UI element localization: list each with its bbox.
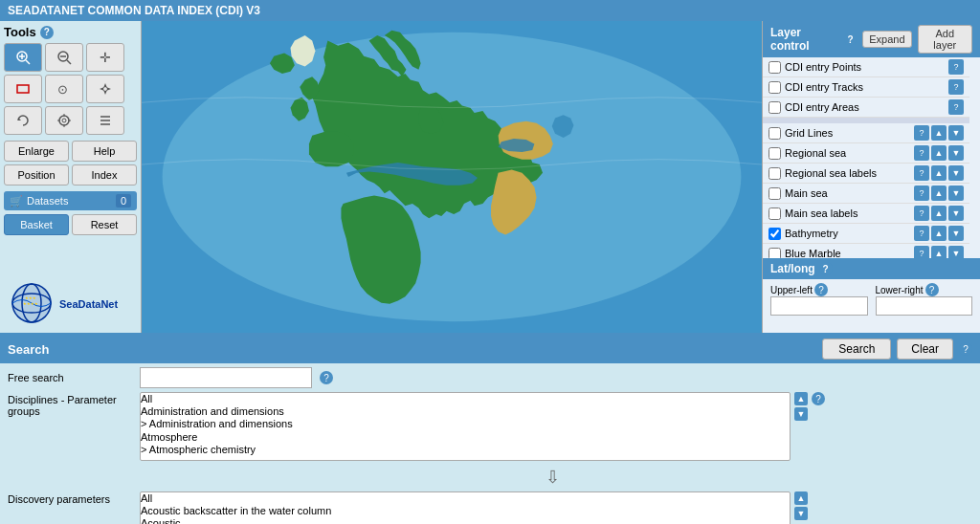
rotate-btn[interactable]: ⊙: [45, 75, 83, 103]
cdi-points-help-btn[interactable]: ?: [948, 59, 964, 75]
down-arrow-container: ⇩: [8, 465, 972, 488]
discovery-select[interactable]: All Acoustic backscatter in the water co…: [140, 491, 791, 524]
latlong-help-icon[interactable]: ?: [819, 262, 833, 275]
main-sea-labels-up-btn[interactable]: ▲: [931, 206, 947, 221]
grid-lines-down-btn[interactable]: ▼: [948, 125, 964, 141]
blue-marble-help-btn[interactable]: ?: [914, 246, 929, 258]
disciplines-option-atmo[interactable]: Atmosphere: [141, 431, 790, 444]
pan-btn[interactable]: ✛: [86, 43, 124, 72]
zoom-out-btn[interactable]: [45, 43, 83, 72]
blue-marble-label: Blue Marble: [785, 248, 910, 258]
list-btn[interactable]: [86, 106, 124, 135]
cdi-tracks-checkbox[interactable]: [768, 81, 781, 94]
grid-lines-checkbox[interactable]: [768, 127, 781, 140]
discovery-option-acoustic[interactable]: Acoustic backscatter in the water column: [141, 505, 790, 517]
discovery-option-all[interactable]: All: [141, 492, 790, 505]
cdi-areas-help-btn[interactable]: ?: [948, 99, 964, 115]
refresh-btn[interactable]: [4, 106, 42, 135]
nav-btn[interactable]: [86, 75, 124, 103]
disciplines-help[interactable]: ?: [812, 392, 825, 405]
zoom-in-btn[interactable]: [4, 43, 42, 72]
basket-reset: Basket Reset: [4, 214, 137, 235]
cdi-points-checkbox[interactable]: [768, 61, 781, 74]
tools-help-icon[interactable]: ?: [40, 26, 54, 39]
discovery-scroll-up[interactable]: ▲: [794, 491, 808, 505]
main-sea-checkbox[interactable]: [768, 187, 781, 200]
regional-sea-labels-up-btn[interactable]: ▲: [931, 165, 947, 181]
cdi-areas-checkbox[interactable]: [768, 101, 781, 114]
bathymetry-down-btn[interactable]: ▼: [948, 226, 964, 241]
main-sea-down-btn[interactable]: ▼: [948, 186, 964, 201]
cart-icon: 🛒: [10, 195, 23, 207]
lower-right-input[interactable]: [876, 296, 973, 316]
upper-left-input[interactable]: [770, 296, 868, 316]
latlong-header: Lat/long ?: [763, 258, 980, 279]
disciplines-scroll-up[interactable]: ▲: [794, 392, 808, 405]
main-sea-help-btn[interactable]: ?: [914, 186, 929, 201]
main-sea-labels-label: Main sea labels: [785, 207, 910, 219]
clear-button[interactable]: Clear: [897, 338, 953, 360]
discovery-scroll-down[interactable]: ▼: [794, 507, 808, 520]
grid-lines-up-btn[interactable]: ▲: [931, 125, 947, 141]
basket-btn[interactable]: Basket: [4, 214, 69, 235]
regional-sea-up-btn[interactable]: ▲: [931, 145, 947, 161]
lower-right-help[interactable]: ?: [925, 283, 939, 296]
disciplines-option-admin-sub[interactable]: > Administration and dimensions: [141, 418, 790, 430]
expand-btn[interactable]: Expand: [862, 31, 911, 48]
sdn-logo-icon: ★★★ ★★★★: [8, 282, 56, 325]
help-btn[interactable]: Help: [72, 141, 137, 162]
svg-text:★★★: ★★★: [25, 295, 36, 300]
disciplines-select[interactable]: All Administration and dimensions > Admi…: [140, 392, 791, 461]
reset-btn[interactable]: Reset: [72, 214, 137, 235]
search-button[interactable]: Search: [822, 338, 891, 360]
lower-right-group: Lower-right ?: [876, 283, 973, 316]
blue-marble-up-btn[interactable]: ▲: [931, 246, 947, 258]
main-sea-labels-help-btn[interactable]: ?: [914, 206, 929, 221]
disciplines-scroll-down[interactable]: ▼: [794, 407, 808, 421]
layer-main-sea: Main sea ? ▲ ▼: [763, 184, 969, 204]
layer-regional-sea-labels: Regional sea labels ? ▲ ▼: [763, 164, 969, 184]
free-search-help[interactable]: ?: [320, 371, 333, 384]
map-area[interactable]: [142, 21, 762, 333]
blue-marble-checkbox[interactable]: [768, 248, 781, 259]
bathymetry-checkbox[interactable]: [768, 228, 781, 240]
svg-text:★★★★: ★★★★: [23, 301, 38, 306]
upper-left-group: Upper-left ?: [770, 283, 868, 316]
main-sea-up-btn[interactable]: ▲: [931, 186, 947, 201]
disciplines-option-all[interactable]: All: [141, 393, 790, 405]
cdi-areas-label: CDI entry Areas: [785, 101, 945, 113]
upper-left-help[interactable]: ?: [814, 283, 828, 296]
tools-header: Tools ?: [4, 25, 137, 39]
grid-lines-help-btn[interactable]: ?: [914, 125, 929, 141]
regional-sea-labels-down-btn[interactable]: ▼: [948, 165, 964, 181]
layer-control-help-icon[interactable]: ?: [844, 33, 857, 46]
cdi-tracks-label: CDI entry Tracks: [785, 81, 945, 93]
layer-bathymetry: Bathymetry ? ▲ ▼: [763, 224, 969, 244]
position-btn[interactable]: Position: [4, 164, 69, 186]
search-help-icon[interactable]: ?: [959, 342, 972, 356]
index-btn[interactable]: Index: [72, 164, 137, 186]
sdn-text: SeaDataNet: [59, 298, 118, 310]
bathymetry-up-btn[interactable]: ▲: [931, 226, 947, 241]
disciplines-option-admin[interactable]: Administration and dimensions: [141, 405, 790, 418]
regional-sea-help-btn[interactable]: ?: [914, 145, 929, 161]
discovery-option-acoustic2[interactable]: Acoustic...: [141, 517, 790, 524]
regional-sea-labels-help-btn[interactable]: ?: [914, 165, 929, 181]
regional-sea-checkbox[interactable]: [768, 147, 781, 160]
disciplines-option-atmo-sub[interactable]: > Atmospheric chemistry: [141, 444, 790, 456]
tools-label: Tools: [4, 25, 36, 39]
main-sea-labels-down-btn[interactable]: ▼: [948, 206, 964, 221]
free-search-input[interactable]: [140, 367, 312, 388]
regional-sea-labels-checkbox[interactable]: [768, 167, 781, 180]
rect-select-btn[interactable]: [4, 75, 42, 103]
cdi-tracks-help-btn[interactable]: ?: [948, 79, 964, 95]
layer-cdi-areas: CDI entry Areas ?: [763, 98, 969, 118]
action-buttons: Enlarge Help Position Index: [4, 141, 137, 186]
enlarge-btn[interactable]: Enlarge: [4, 141, 69, 162]
regional-sea-down-btn[interactable]: ▼: [948, 145, 964, 161]
blue-marble-down-btn[interactable]: ▼: [948, 246, 964, 258]
bathymetry-help-btn[interactable]: ?: [914, 226, 929, 241]
main-sea-labels-checkbox[interactable]: [768, 207, 781, 220]
add-layer-btn[interactable]: Add layer: [918, 25, 972, 54]
target-btn[interactable]: [45, 106, 83, 135]
